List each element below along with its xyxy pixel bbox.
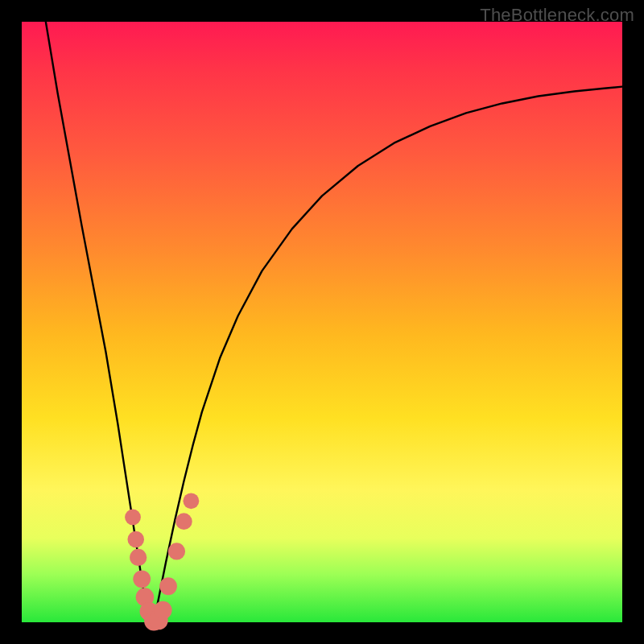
data-marker: [125, 510, 141, 526]
curve-right-branch: [154, 87, 622, 622]
data-marker: [183, 493, 199, 509]
data-marker: [175, 513, 192, 530]
data-marker: [168, 543, 185, 559]
data-marker: [127, 531, 144, 548]
chart-frame: TheBottleneck.com: [0, 0, 644, 644]
curves-layer: [22, 22, 622, 622]
data-marker: [159, 577, 177, 595]
watermark-text: TheBottleneck.com: [480, 5, 634, 26]
data-marker: [130, 549, 147, 566]
data-marker: [154, 601, 172, 620]
plot-area: [22, 22, 622, 622]
data-marker: [133, 570, 151, 588]
